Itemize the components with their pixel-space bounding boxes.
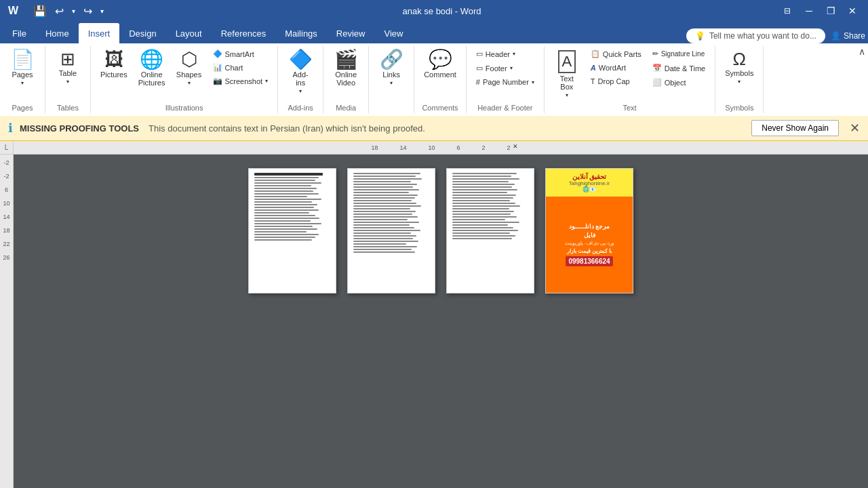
ribbon-group-symbols: Ω Symbols ▾ Symbols [715,46,764,113]
tab-insert[interactable]: Insert [79,23,120,43]
ribbon-group-illustrations: 🖼 Pictures 🌐 OnlinePictures ⬡ Shapes ▾ 🔷… [91,46,278,113]
customize-qa-button[interactable]: ▾ [98,6,106,16]
links-button[interactable]: 🔗 Links ▾ [374,47,408,89]
never-show-again-button[interactable]: Never Show Again [751,120,839,136]
ruler-cursor: ✕ [513,143,518,150]
tab-mailings[interactable]: Mailings [275,23,327,43]
pictures-button[interactable]: 🖼 Pictures [96,47,132,81]
object-icon: ⬜ [652,78,662,87]
omega-icon: Ω [733,50,746,68]
close-button[interactable]: ✕ [842,1,863,21]
wordart-icon: A [591,64,596,72]
quick-parts-icon: 📋 [591,49,600,58]
info-icon: ℹ [8,121,13,136]
ribbon-group-text: A TextBox ▾ 📋 Quick Parts A WordArt T [545,46,715,113]
word-icon: W [5,4,21,18]
object-button[interactable]: ⬜ Object [648,76,710,89]
ribbon-content: 📄 Pages ▾ Pages ⊞ Table ▾ Tables [0,43,868,116]
header-button[interactable]: ▭ Header ▾ [472,47,538,60]
symbols-group-label: Symbols [721,101,757,112]
tab-home[interactable]: Home [36,23,79,43]
drop-cap-button[interactable]: T Drop Cap [587,75,646,87]
main-area: -2 -2 6 10 14 18 22 26 [0,155,868,488]
shapes-icon: ⬡ [181,50,197,69]
tab-view[interactable]: View [374,23,412,43]
addins-icon: 🔷 [289,50,313,69]
ruler-area: L 18 14 10 6 2 2 ✕ [0,141,868,155]
wordart-button[interactable]: A WordArt [587,62,646,74]
horizontal-ruler: 18 14 10 6 2 2 ✕ [14,141,868,155]
ad-line4: با کمترین قیمت بازار [567,248,612,254]
screenshot-button[interactable]: 📷 Screenshot ▾ [209,75,273,87]
drop-cap-icon: T [591,77,595,85]
date-icon: 📅 [652,64,662,73]
ribbon-group-links: 🔗 Links ▾ [369,46,414,113]
title-bar: W 💾 ↩ ▾ ↪ ▾ anak se bodi - Word ⊟ ─ ❐ ✕ [0,0,868,22]
minimize-button[interactable]: ─ [799,1,819,21]
addins-button[interactable]: 🔷 Add-ins ▾ [283,47,317,97]
tell-me-input[interactable]: 💡 Tell me what you want to do... [686,28,825,43]
undo-dropdown[interactable]: ▾ [69,6,78,16]
ribbon-group-media: 🎬 OnlineVideo Media [323,46,369,113]
online-pictures-button[interactable]: 🌐 OnlinePictures [134,47,170,89]
symbols-button[interactable]: Ω Symbols ▾ [721,47,757,87]
tab-review[interactable]: Review [327,23,375,43]
document-canvas[interactable]: تحقیق آنلاین Tahghighonline.ir 🌐📧 مرجع د… [14,155,868,488]
signature-line-button[interactable]: ✏ Signature Line [648,47,710,60]
tab-references[interactable]: References [212,23,275,43]
quick-access-toolbar: 💾 ↩ ▾ ↪ ▾ [31,3,106,19]
page-number-button[interactable]: # Page Number ▾ [472,76,538,88]
title-bar-left: W 💾 ↩ ▾ ↪ ▾ [5,3,106,19]
window-controls: ⊟ ─ ❐ ✕ [777,1,863,21]
pages-button[interactable]: 📄 Pages ▾ [5,47,39,89]
ribbon-collapse-button[interactable]: ∧ [859,46,865,57]
ad-line2: فایل [584,232,595,239]
comment-button[interactable]: 💬 Comment [420,47,460,81]
page-thumbnail-4[interactable]: تحقیق آنلاین Tahghighonline.ir 🌐📧 مرجع د… [545,168,633,293]
notification-bar: ℹ MISSING PROOFING TOOLS This document c… [0,116,868,141]
pages-row: تحقیق آنلاین Tahghighonline.ir 🌐📧 مرجع د… [248,168,633,293]
online-pictures-icon: 🌐 [140,50,163,69]
undo-button[interactable]: ↩ [52,3,66,19]
footer-button[interactable]: ▭ Footer ▾ [472,62,538,75]
tab-file[interactable]: File [3,23,36,43]
table-button[interactable]: ⊞ Table ▾ [51,47,85,87]
links-group-label [374,109,408,112]
redo-button[interactable]: ↪ [81,3,95,19]
table-icon: ⊞ [60,50,75,68]
tables-group-label: Tables [51,101,85,112]
tab-layout[interactable]: Layout [166,23,212,43]
media-group-label: Media [329,101,363,112]
addins-group-label: Add-ins [283,101,317,112]
pages-icon: 📄 [11,50,35,69]
tab-design[interactable]: Design [119,23,165,43]
comment-icon: 💬 [429,50,452,69]
restore-button[interactable]: ❐ [821,1,841,21]
page-thumbnail-3[interactable] [446,168,534,293]
comments-group-label: Comments [420,101,460,112]
notification-close-button[interactable]: ✕ [850,121,860,136]
page-1-content [249,169,336,293]
ribbon-group-tables: ⊞ Table ▾ Tables [45,46,91,113]
quick-parts-button[interactable]: 📋 Quick Parts [587,47,646,60]
date-time-button[interactable]: 📅 Date & Time [648,62,710,75]
screenshot-icon: 📷 [213,77,222,85]
online-video-button[interactable]: 🎬 OnlineVideo [329,47,363,89]
help-button[interactable]: ⊟ [777,1,797,21]
page-thumbnail-2[interactable] [347,168,435,293]
ad-phone: 09981366624 [566,256,612,266]
page-thumbnail-1[interactable] [248,168,336,293]
smartart-button[interactable]: 🔷 SmartArt [209,47,273,60]
text-box-icon: A [558,50,576,73]
ad-icons: 🌐📧 [550,186,629,192]
chart-button[interactable]: 📊 Chart [209,61,273,74]
header-footer-group-label: Header & Footer [472,101,538,112]
ad-line3: ورد-پی دی اف- پاورپوینت [565,241,614,246]
text-box-button[interactable]: A TextBox ▾ [550,47,584,101]
ad-orange-section: مرجع دانلـــــود فایل ورد-پی دی اف- پاور… [546,197,633,293]
footer-icon: ▭ [476,64,483,73]
shapes-button[interactable]: ⬡ Shapes ▾ [172,47,206,89]
share-button[interactable]: 👤 Share [831,31,865,41]
save-button[interactable]: 💾 [31,3,50,19]
links-icon: 🔗 [380,50,403,69]
